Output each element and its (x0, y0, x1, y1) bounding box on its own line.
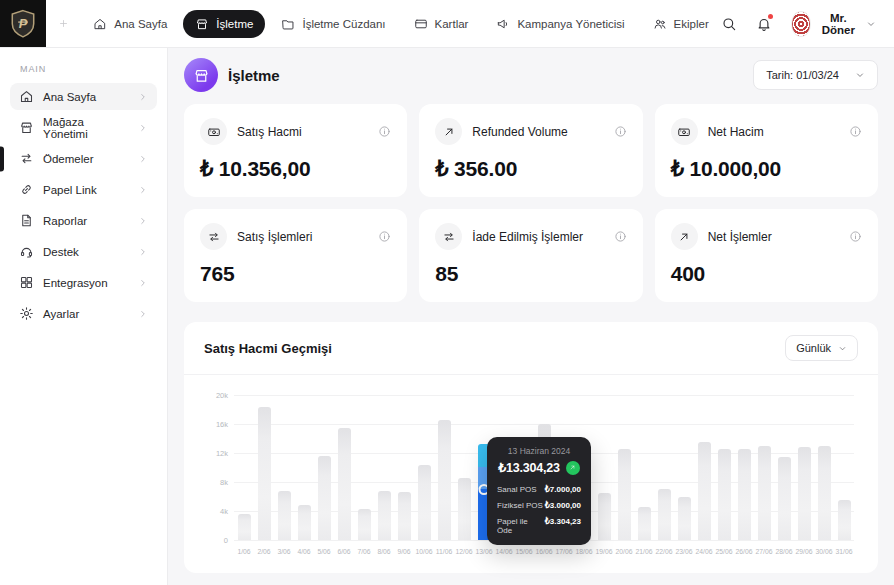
cash-icon (207, 125, 221, 139)
bar-27-06[interactable] (758, 446, 771, 540)
tooltip-row: Sanal POS₺7.000,00 (497, 485, 581, 494)
info-icon[interactable] (849, 230, 862, 243)
period-label: Günlük (796, 342, 831, 354)
bar-24-06[interactable] (698, 442, 711, 540)
bar-30-06[interactable] (818, 446, 831, 540)
bar-8-06[interactable] (378, 491, 391, 540)
bar-10-06[interactable] (418, 465, 431, 540)
sidebar-item-papel-link[interactable]: Papel Link (10, 176, 157, 203)
sales-history-panel: Satış Hacmi Geçmişi Günlük 13 Haziran 20… (184, 322, 878, 573)
transfer-icon (207, 230, 221, 244)
people-icon (653, 17, 667, 31)
sidebar-item-ana-sayfa[interactable]: Ana Sayfa (10, 83, 157, 110)
sales-history-chart: 13 Haziran 2024 ₺13.304,23 Sanal POS₺7.0… (204, 391, 858, 561)
stats-grid: Satış Hacmi₺ 10.356,00Refunded Volume₺ 3… (184, 104, 878, 302)
tooltip-date: 13 Haziran 2024 (497, 446, 581, 456)
avatar (791, 11, 811, 37)
stat-card-satis-islemleri: Satış İşlemleri765 (184, 209, 407, 302)
bar-9-06[interactable] (398, 492, 411, 540)
date-filter-select[interactable]: Tarih: 01/03/24 (753, 60, 878, 90)
x-axis-tick: 10/06 (414, 548, 434, 555)
x-axis-tick: 8/06 (374, 548, 394, 555)
notifications-button[interactable] (756, 16, 772, 32)
bar-22-06[interactable] (658, 489, 671, 540)
x-axis-tick: 17/06 (554, 548, 574, 555)
bar-4-06[interactable] (298, 505, 311, 541)
bar-7-06[interactable] (358, 509, 371, 540)
bar-19-06[interactable] (598, 493, 611, 540)
main-nav: Ana Sayfaİşletmeİşletme CüzdanıKartlarKa… (81, 10, 720, 38)
nav-item-kampanya-yoneticisi[interactable]: Kampanya Yöneticisi (484, 10, 636, 38)
x-axis-tick: 25/06 (714, 548, 734, 555)
sidebar-item-label: Ana Sayfa (43, 91, 96, 103)
nav-item-isletme-cuzdani[interactable]: İşletme Cüzdanı (269, 10, 397, 38)
chevron-right-icon (138, 247, 148, 257)
info-icon[interactable] (378, 125, 391, 138)
x-axis-tick: 11/06 (434, 548, 454, 555)
wallet-icon (281, 17, 295, 31)
bar-26-06[interactable] (738, 449, 751, 540)
sidebar-item-raporlar[interactable]: Raporlar (10, 207, 157, 234)
x-axis-tick: 29/06 (794, 548, 814, 555)
nav-item-label: Ana Sayfa (114, 18, 167, 30)
sidebar-item-magaza-yonetimi[interactable]: Mağaza Yönetimi (10, 114, 157, 141)
bar-20-06[interactable] (618, 449, 631, 540)
nav-item-ana-sayfa[interactable]: Ana Sayfa (81, 10, 179, 38)
sidebar-item-label: Ödemeler (43, 153, 94, 165)
chevron-down-icon (855, 70, 865, 80)
bar-21-06[interactable] (638, 507, 651, 540)
tooltip-row-value: ₺3.304,23 (545, 517, 581, 535)
arrow-up-right-icon (677, 230, 691, 244)
bar-25-06[interactable] (718, 449, 731, 540)
stat-label: İade Edilmiş İşlemler (472, 230, 583, 244)
sidebar-item-ayarlar[interactable]: Ayarlar (10, 300, 157, 327)
nav-item-ekipler[interactable]: Ekipler (641, 10, 721, 38)
sidebar-item-label: Ayarlar (43, 308, 79, 320)
info-icon[interactable] (614, 125, 627, 138)
bar-2-06[interactable] (258, 407, 271, 540)
bar-6-06[interactable] (338, 428, 351, 540)
transfer-icon (19, 151, 34, 166)
top-navbar: P Ana Sayfaİşletmeİşletme CüzdanıKartlar… (0, 0, 894, 48)
bar-12-06[interactable] (458, 478, 471, 540)
stat-value: ₺ 10.356,00 (200, 157, 391, 181)
sidebar-item-entegrasyon[interactable]: Entegrasyon (10, 269, 157, 296)
bar-29-06[interactable] (798, 447, 811, 540)
papel-shield-icon: P (10, 9, 36, 39)
bar-31-06[interactable] (838, 500, 851, 540)
chevron-right-icon (138, 123, 148, 133)
nav-item-isletme[interactable]: İşletme (183, 10, 265, 38)
link-icon (19, 182, 34, 197)
megaphone-icon (496, 17, 510, 31)
bar-28-06[interactable] (778, 457, 791, 540)
sidebar-item-label: Destek (43, 246, 79, 258)
x-axis-tick: 31/06 (834, 548, 854, 555)
active-indicator (0, 146, 4, 171)
gear-icon (19, 306, 34, 321)
user-menu[interactable]: Mr. Döner (791, 11, 876, 37)
search-icon[interactable] (721, 16, 737, 32)
nav-item-kartlar[interactable]: Kartlar (402, 10, 481, 38)
papel-logo[interactable]: P (0, 0, 46, 47)
info-icon[interactable] (614, 230, 627, 243)
bar-5-06[interactable] (318, 456, 331, 540)
tooltip-row: Fiziksel POS₺3.000,00 (497, 501, 581, 510)
bar-1-06[interactable] (238, 514, 251, 540)
svg-text:P: P (19, 15, 28, 30)
bar-11-06[interactable] (438, 420, 451, 540)
x-axis: 1/062/063/064/065/066/067/068/069/0610/0… (234, 548, 854, 555)
period-select[interactable]: Günlük (785, 335, 858, 361)
stat-value: 85 (435, 262, 626, 286)
card-icon (414, 17, 428, 31)
chevron-right-icon (138, 185, 148, 195)
info-icon[interactable] (849, 125, 862, 138)
info-icon[interactable] (378, 230, 391, 243)
bar-3-06[interactable] (278, 491, 291, 540)
sidebar-section-label: MAIN (20, 64, 167, 74)
page-title-badge (184, 58, 218, 92)
sidebar-item-odemeler[interactable]: Ödemeler (10, 145, 157, 172)
bar-23-06[interactable] (678, 497, 691, 541)
sidebar-item-destek[interactable]: Destek (10, 238, 157, 265)
stat-label: Satış Hacmi (237, 125, 302, 139)
add-icon[interactable] (58, 18, 69, 29)
